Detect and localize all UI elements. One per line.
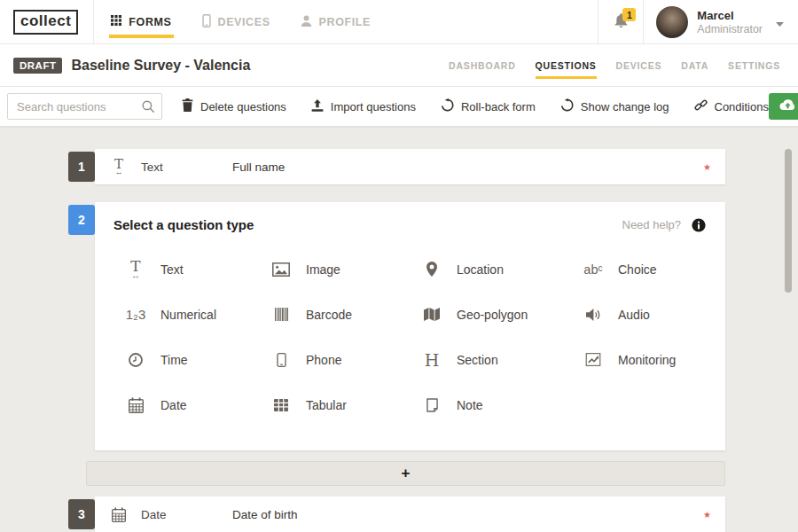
button-label: Conditions [715, 100, 769, 113]
link-icon [694, 98, 708, 114]
user-role: Administrator [697, 23, 763, 35]
search-input[interactable] [7, 93, 162, 120]
show-change-log-button[interactable]: Show change log [560, 98, 669, 114]
navbar-right: 1 Marcel Administrator [598, 0, 798, 43]
question-type: Date [107, 507, 232, 522]
trash-icon [182, 98, 193, 114]
scrollbar-thumb[interactable] [785, 149, 792, 293]
questions-list: 1 T↔ Text Full name ★ 2 Select a questio… [0, 127, 798, 532]
folded-map-icon [420, 308, 443, 321]
numerical-123-icon: 1₂3 [124, 307, 147, 322]
type-option-text[interactable]: T↔ Text [124, 259, 270, 280]
nav-item-label: DEVICES [218, 16, 270, 28]
smartphone-icon [270, 353, 293, 367]
tab-data[interactable]: DATA [681, 44, 708, 86]
tab-questions[interactable]: QUESTIONS [536, 44, 597, 86]
choice-abc-icon: abᶜ [582, 262, 605, 277]
form-title: Baseline Survey - Valencia [71, 58, 250, 74]
type-option-section[interactable]: H Section [420, 350, 582, 370]
calendar-icon [124, 397, 147, 413]
question-row-1: 1 T↔ Text Full name ★ [68, 149, 725, 184]
type-picker-header: Select a question type Need help? [95, 202, 725, 232]
question-type-label: Text [141, 160, 163, 174]
clock-icon [124, 353, 147, 367]
info-icon[interactable] [692, 218, 706, 232]
table-icon [270, 399, 293, 411]
section-h-icon: H [420, 350, 443, 370]
type-option-phone[interactable]: Phone [270, 353, 420, 367]
required-star: ★ [703, 162, 711, 172]
note-icon [420, 398, 443, 412]
user-menu[interactable]: Marcel Administrator [644, 6, 798, 38]
chevron-down-icon [776, 14, 784, 30]
type-option-audio[interactable]: Audio [582, 308, 725, 322]
status-badge: DRAFT [13, 58, 62, 74]
type-picker-title: Select a question type [113, 217, 254, 232]
notifications-button[interactable]: 1 [598, 0, 644, 43]
type-option-date[interactable]: Date [124, 397, 270, 413]
delete-questions-button[interactable]: Delete questions [182, 98, 286, 114]
tab-dashboard[interactable]: DASHBOARD [449, 44, 515, 86]
search-box [7, 93, 162, 120]
upload-icon [311, 99, 324, 114]
publish-button[interactable]: PUBLISH [769, 93, 798, 120]
speaker-icon [582, 309, 605, 321]
import-questions-button[interactable]: Import questions [311, 99, 416, 114]
history-icon [560, 98, 574, 114]
nav-item-profile[interactable]: PROFILE [299, 0, 372, 43]
type-option-tabular[interactable]: Tabular [270, 398, 420, 412]
undo-icon [441, 98, 454, 114]
question-type: T↔ Text [107, 158, 232, 176]
tab-devices[interactable]: DEVICES [616, 44, 662, 86]
image-icon [270, 262, 293, 277]
text-type-icon: T↔ [124, 259, 147, 280]
type-option-barcode[interactable]: Barcode [270, 308, 420, 322]
type-option-note[interactable]: Note [420, 398, 582, 412]
type-option-time[interactable]: Time [124, 353, 270, 367]
help-label: Need help? [622, 218, 682, 231]
type-option-choice[interactable]: abᶜ Choice [582, 262, 725, 277]
grid-icon [111, 15, 121, 28]
text-type-icon: T↔ [107, 158, 130, 176]
button-label: Roll-back form [461, 100, 536, 113]
nav-item-label: FORMS [129, 16, 171, 28]
main-nav: FORMS DEVICES PROFILE [109, 0, 372, 43]
nav-item-devices[interactable]: DEVICES [200, 0, 272, 43]
cloud-upload-icon [779, 99, 796, 113]
form-header: DRAFT Baseline Survey - Valencia DASHBOA… [0, 44, 798, 87]
button-label: Show change log [581, 100, 669, 113]
question-number-badge: 1 [68, 152, 95, 182]
question-type-label: Date [141, 508, 167, 521]
type-option-numerical[interactable]: 1₂3 Numerical [124, 307, 270, 322]
question-card[interactable]: Date Date of birth ★ [95, 497, 725, 532]
add-question-button[interactable]: + [86, 461, 725, 486]
nav-item-label: PROFILE [319, 16, 371, 28]
button-label: Import questions [331, 100, 416, 113]
required-star: ★ [703, 510, 711, 520]
type-grid: T↔ Text Image Location [95, 232, 725, 427]
type-picker-panel: Select a question type Need help? T↔ Tex… [95, 202, 725, 450]
barcode-icon [270, 308, 293, 321]
rollback-form-button[interactable]: Roll-back form [441, 98, 536, 114]
question-number-badge: 2 [68, 205, 95, 235]
type-option-location[interactable]: Location [420, 262, 582, 277]
question-row-2: 2 Select a question type Need help? T↔ T… [68, 202, 725, 450]
type-option-monitoring[interactable]: Monitoring [582, 353, 725, 367]
help-area: Need help? [622, 218, 707, 232]
questions-toolbar: Delete questions Import questions Roll-b… [0, 87, 798, 127]
question-number-badge: 3 [68, 499, 95, 529]
question-row-3: 3 Date Date of birth ★ [68, 497, 725, 532]
conditions-button[interactable]: Conditions [694, 98, 769, 114]
tab-settings[interactable]: SETTINGS [728, 44, 780, 86]
map-pin-icon [420, 262, 443, 277]
divider [93, 0, 94, 44]
app-logo[interactable]: collect [13, 10, 78, 35]
question-card[interactable]: T↔ Text Full name ★ [95, 149, 725, 184]
question-label: Full name [232, 160, 285, 174]
avatar [656, 6, 688, 38]
nav-item-forms[interactable]: FORMS [109, 0, 173, 43]
user-text: Marcel Administrator [697, 9, 763, 35]
type-option-image[interactable]: Image [270, 262, 420, 277]
question-label: Date of birth [232, 508, 298, 521]
type-option-geo-polygon[interactable]: Geo-polygon [420, 308, 582, 322]
